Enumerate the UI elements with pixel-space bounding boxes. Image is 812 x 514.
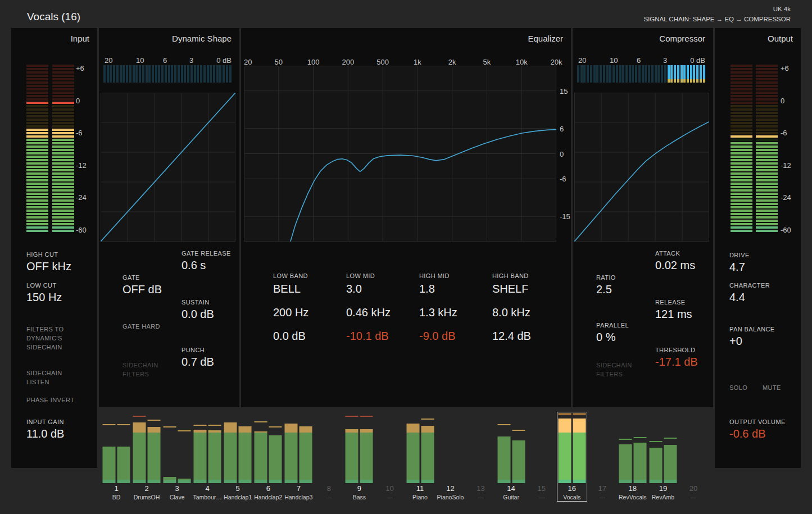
shape-transfer-graph[interactable] (101, 93, 235, 242)
eq-band-gain[interactable]: -10.1 dB (346, 330, 389, 343)
pan-balance-value[interactable]: +0 (729, 335, 775, 348)
mixer-channel-8[interactable]: 8— (314, 412, 344, 502)
meter-scale-label: -24 (781, 193, 791, 202)
output-volume-control[interactable]: OUTPUT VOLUME -0.6 dB (729, 419, 786, 440)
input-gain-value[interactable]: 11.0 dB (26, 427, 64, 440)
ratio-value[interactable]: 2.5 (596, 283, 616, 296)
channel-name: Handclap1 (223, 494, 253, 501)
character-value[interactable]: 4.4 (729, 291, 770, 304)
gr-scale-label: 20 (578, 56, 586, 65)
channel-name: Handclap2 (253, 494, 283, 501)
solo-button[interactable]: SOLO (729, 383, 747, 392)
mixer-channel-4[interactable]: 4Tambour… (192, 412, 223, 502)
attack-value[interactable]: 0.02 ms (655, 259, 695, 272)
channel-peak-indicator (558, 413, 571, 415)
preset-name[interactable]: UK 4k (773, 6, 791, 12)
signal-chain[interactable]: SIGNAL CHAIN: SHAPE → EQ → COMPRESSOR (643, 16, 791, 22)
channel-meter (346, 413, 373, 483)
mixer-channel-17[interactable]: 17— (587, 412, 618, 502)
channel-number: 16 (557, 484, 587, 493)
meter-scale-label: 0 (76, 97, 80, 105)
gate-release-value[interactable]: 0.6 s (182, 259, 231, 272)
mixer-channel-1[interactable]: 1BD (101, 412, 131, 502)
shape-sidechain-filters-toggle[interactable]: SIDECHAIN FILTERS (123, 361, 163, 379)
eq-curve-graph[interactable] (244, 66, 556, 242)
mixer-channel-16[interactable]: 16Vocals (557, 412, 587, 502)
low-cut-value[interactable]: 150 Hz (26, 291, 62, 304)
sidechain-listen-toggle[interactable]: SIDECHAIN LISTEN (26, 369, 67, 386)
drive-control[interactable]: DRIVE 4.7 (729, 252, 750, 274)
low-cut-control[interactable]: LOW CUT 150 Hz (26, 282, 62, 304)
sustain-value[interactable]: 0.0 dB (182, 308, 214, 321)
mixer-channel-2[interactable]: 2DrumsOH (131, 412, 162, 502)
character-control[interactable]: CHARACTER 4.4 (729, 282, 770, 304)
parallel-label: PARALLEL (596, 322, 629, 329)
gate-hard-toggle[interactable]: GATE HARD (123, 322, 160, 331)
eq-band-freq[interactable]: 200 Hz (273, 306, 309, 319)
eq-band-type[interactable]: BELL (273, 283, 301, 295)
drive-value[interactable]: 4.7 (729, 261, 750, 274)
gate-release-control[interactable]: GATE RELEASE 0.6 s (182, 250, 231, 272)
punch-control[interactable]: PUNCH 0.7 dB (182, 347, 214, 369)
mixer-channel-11[interactable]: 11Piano (405, 412, 436, 502)
release-value[interactable]: 121 ms (655, 308, 692, 321)
output-volume-value[interactable]: -0.6 dB (729, 427, 786, 440)
threshold-control[interactable]: THRESHOLD -17.1 dB (655, 347, 698, 369)
release-control[interactable]: RELEASE 121 ms (655, 299, 692, 321)
high-cut-value[interactable]: OFF kHz (26, 260, 71, 273)
mixer-channel-20[interactable]: 20— (678, 412, 709, 502)
input-gain-control[interactable]: INPUT GAIN 11.0 dB (26, 419, 64, 440)
phase-invert-toggle[interactable]: PHASE INVERT (26, 395, 88, 404)
eq-band-low-band: LOW BANDBELL200 Hz0.0 dB (273, 272, 342, 348)
parallel-value[interactable]: 0 % (596, 331, 629, 344)
attack-control[interactable]: ATTACK 0.02 ms (655, 250, 695, 272)
eq-band-type[interactable]: 3.0 (346, 283, 362, 295)
pan-balance-control[interactable]: PAN BALANCE +0 (729, 326, 775, 348)
mixer-channel-7[interactable]: 7Handclap3 (283, 412, 314, 502)
eq-band-gain[interactable]: -9.0 dB (419, 330, 455, 343)
compressor-title: Compressor (659, 34, 705, 43)
eq-freq-label: 20 (244, 58, 252, 66)
channel-peak-indicator (512, 430, 525, 431)
eq-band-freq[interactable]: 8.0 kHz (492, 306, 530, 319)
eq-band-freq[interactable]: 0.46 kHz (346, 306, 391, 319)
gate-value[interactable]: OFF dB (123, 283, 162, 296)
channel-number: 15 (527, 484, 557, 493)
eq-band-type[interactable]: 1.8 (419, 283, 435, 295)
eq-band-freq[interactable]: 1.3 kHz (419, 306, 457, 319)
gate-release-label: GATE RELEASE (182, 250, 231, 257)
mixer-channel-19[interactable]: 19RevAmb (648, 412, 678, 502)
mixer-channel-18[interactable]: 18RevVocals (618, 412, 648, 502)
ratio-control[interactable]: RATIO 2.5 (596, 274, 616, 296)
sustain-control[interactable]: SUSTAIN 0.0 dB (182, 299, 214, 321)
mixer-channel-14[interactable]: 14Guitar (496, 412, 527, 502)
channel-peak-indicator (497, 424, 510, 425)
dynamic-shape-panel: Dynamic Shape GATE RELEASE 0.6 s GATE OF… (99, 28, 239, 407)
punch-value[interactable]: 0.7 dB (182, 356, 214, 369)
mixer-channel-3[interactable]: 3Clave (162, 412, 192, 502)
parallel-control[interactable]: PARALLEL 0 % (596, 322, 629, 344)
mixer-channel-6[interactable]: 6Handclap2 (253, 412, 283, 502)
meter-scale-label: -12 (781, 161, 791, 170)
gate-control[interactable]: GATE OFF dB (123, 274, 162, 296)
eq-band-gain[interactable]: 12.4 dB (492, 330, 531, 343)
filters-to-sidechain-toggle[interactable]: FILTERS TO DYNAMIC'S SIDECHAIN (26, 325, 72, 352)
channel-name: Clave (162, 494, 192, 501)
threshold-value[interactable]: -17.1 dB (655, 356, 698, 369)
mixer-channel-13[interactable]: 13— (466, 412, 496, 502)
gr-scale-label: 6 (163, 56, 167, 65)
eq-band-gain[interactable]: 0.0 dB (273, 330, 306, 343)
channel-peak-indicator (117, 424, 130, 425)
compressor-transfer-graph[interactable] (574, 93, 709, 242)
mixer-channel-12[interactable]: 12PianoSolo (436, 412, 466, 502)
mute-button[interactable]: MUTE (763, 383, 781, 392)
mixer-channel-15[interactable]: 15— (527, 412, 557, 502)
mixer-channel-10[interactable]: 10— (374, 412, 405, 502)
output-panel-title: Output (768, 34, 793, 43)
eq-band-type[interactable]: SHELF (492, 283, 528, 295)
comp-sidechain-filters-toggle[interactable]: SIDECHAIN FILTERS (596, 361, 637, 379)
high-cut-control[interactable]: HIGH CUT OFF kHz (26, 251, 71, 273)
mixer-channel-5[interactable]: 5Handclap1 (223, 412, 253, 502)
eq-freq-label: 100 (301, 58, 326, 66)
mixer-channel-9[interactable]: 9Bass (344, 412, 374, 502)
